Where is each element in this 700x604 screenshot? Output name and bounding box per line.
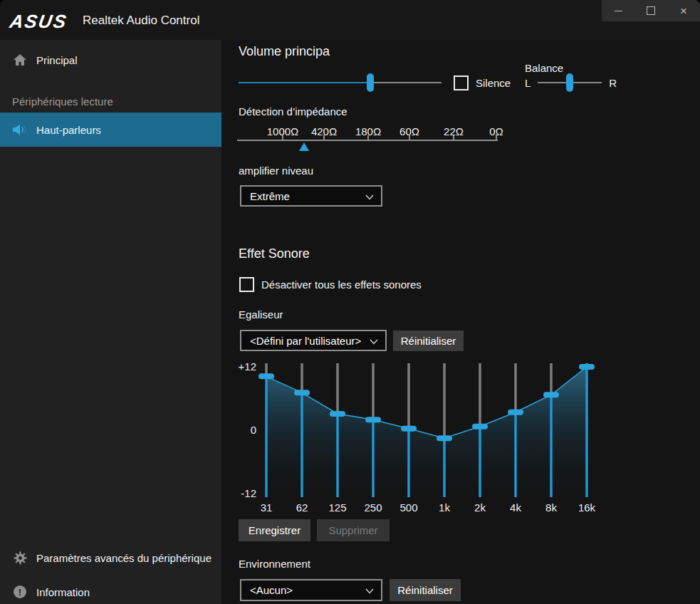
sound-effect-heading: Effet Sonore xyxy=(239,246,310,261)
balance-label: Balance xyxy=(525,62,563,74)
sidebar-item-speakers[interactable]: Haut-parleurs xyxy=(0,113,221,147)
maximize-icon xyxy=(647,6,655,15)
eq-frequency-label: 125 xyxy=(328,501,346,514)
silence-checkbox-row[interactable]: Silence xyxy=(454,76,511,90)
maximize-button[interactable] xyxy=(634,0,667,21)
volume-slider[interactable] xyxy=(239,73,442,92)
sidebar-item-label: Paramètres avancés du périphérique xyxy=(36,552,211,564)
eq-band-handle[interactable] xyxy=(508,410,523,415)
eq-band-handle[interactable] xyxy=(437,435,452,441)
eq-band-handle[interactable] xyxy=(258,373,274,379)
sidebar-item-label: Haut-parleurs xyxy=(36,124,101,136)
titlebar: ASUS Realtek Audio Control × xyxy=(0,0,700,40)
impedance-scale-tick xyxy=(496,135,497,140)
sidebar-item-label: Principal xyxy=(36,54,78,66)
chevron-down-icon xyxy=(365,584,374,596)
eq-y-tick-label: -12 xyxy=(241,487,256,499)
amplifier-level-select[interactable]: Extrême xyxy=(240,185,382,207)
silence-checkbox[interactable] xyxy=(454,76,469,90)
speaker-icon xyxy=(12,124,28,135)
eq-frequency-label: 500 xyxy=(399,501,417,514)
eq-frequency-label: 16k xyxy=(578,501,596,514)
disable-effects-label: Désactiver tous les effets sonores xyxy=(261,278,422,291)
amplifier-level-value: Extrême xyxy=(250,190,290,202)
eq-band-handle[interactable] xyxy=(543,392,559,397)
volume-slider-fill xyxy=(239,82,370,83)
balance-left-label: L xyxy=(525,77,531,89)
disable-effects-checkbox-row[interactable]: Désactiver tous les effets sonores xyxy=(239,277,422,292)
eq-y-tick-label: 0 xyxy=(251,424,256,436)
disable-effects-checkbox[interactable] xyxy=(239,277,254,292)
eq-band-handle[interactable] xyxy=(294,390,310,395)
impedance-scale-tick xyxy=(453,135,454,140)
app-window: ASUS Realtek Audio Control × Principal P… xyxy=(0,0,700,604)
eq-frequency-label: 4k xyxy=(510,501,521,514)
eq-band-handle[interactable] xyxy=(401,426,417,432)
sidebar: Principal Périphériques lecture Haut-par… xyxy=(0,40,221,604)
chevron-down-icon xyxy=(365,190,374,202)
environment-value: <Aucun> xyxy=(250,584,293,596)
window-controls: × xyxy=(602,0,700,21)
balance-control: L R xyxy=(525,73,617,92)
home-icon xyxy=(12,53,28,66)
impedance-scale-tick xyxy=(323,135,325,140)
sidebar-item-information[interactable]: ! Information xyxy=(0,580,221,603)
eq-y-tick-label: +12 xyxy=(239,360,256,373)
eq-frequency-label: 250 xyxy=(364,501,382,514)
impedance-scale-tick xyxy=(367,135,369,140)
eq-band-handle[interactable] xyxy=(579,364,595,370)
minimize-button[interactable] xyxy=(602,0,634,21)
balance-right-label: R xyxy=(609,77,617,89)
info-icon: ! xyxy=(12,585,28,598)
equalizer-reset-button[interactable]: Réinitialiser xyxy=(393,330,464,351)
balance-slider[interactable] xyxy=(538,73,602,92)
eq-band-handle[interactable] xyxy=(365,417,381,422)
close-button[interactable]: × xyxy=(667,0,700,21)
equalizer-delete-button: Supprimer xyxy=(317,519,390,541)
sidebar-item-principal[interactable]: Principal xyxy=(0,47,221,73)
impedance-scale: 1000Ω420Ω180Ω60Ω22Ω0Ω xyxy=(237,125,508,158)
main-panel: Volume principa Silence Balance L R Déte… xyxy=(221,40,700,604)
impedance-scale-tick xyxy=(409,135,410,140)
equalizer-preset-select[interactable]: <Défini par l'utilisateur> xyxy=(240,330,387,351)
volume-slider-handle[interactable] xyxy=(367,73,374,92)
app-title: Realtek Audio Control xyxy=(83,14,199,28)
eq-frequency-label: 31 xyxy=(261,501,273,514)
equalizer-save-button[interactable]: Enregistrer xyxy=(239,519,310,541)
eq-frequency-label: 1k xyxy=(439,501,450,514)
volume-heading: Volume principa xyxy=(239,44,330,59)
environment-select[interactable]: <Aucun> xyxy=(240,579,382,601)
eq-frequency-label: 8k xyxy=(545,501,557,514)
amplifier-level-label: amplifier niveau xyxy=(239,165,313,177)
chevron-down-icon xyxy=(370,335,378,347)
impedance-scale-line xyxy=(237,140,498,141)
triangle-up-marker xyxy=(299,142,309,151)
sidebar-item-advanced-settings[interactable]: Paramètres avancés du périphérique xyxy=(0,546,221,569)
impedance-label: Détection d’impédance xyxy=(239,105,348,118)
minimize-icon xyxy=(615,11,622,11)
balance-slider-handle[interactable] xyxy=(566,73,573,92)
sidebar-item-label: Information xyxy=(36,586,90,598)
close-icon: × xyxy=(680,5,687,17)
eq-frequency-label: 2k xyxy=(474,501,486,514)
silence-label: Silence xyxy=(476,77,511,89)
eq-band-handle[interactable] xyxy=(330,411,345,417)
eq-band-handle[interactable] xyxy=(472,424,488,429)
sidebar-section-label: Périphériques lecture xyxy=(12,95,113,108)
environment-label: Environnement xyxy=(239,558,310,570)
equalizer-chart[interactable]: 31621252505001k2k4k8k16k+120-12 xyxy=(235,358,605,516)
gear-icon xyxy=(12,551,28,565)
asus-logo: ASUS xyxy=(8,11,69,33)
eq-area-fill xyxy=(266,367,587,497)
equalizer-preset-value: <Défini par l'utilisateur> xyxy=(250,335,361,347)
equalizer-label: Egaliseur xyxy=(239,308,283,321)
eq-frequency-label: 62 xyxy=(296,501,308,514)
environment-reset-button[interactable]: Réinitialiser xyxy=(390,579,461,601)
impedance-scale-tick xyxy=(282,135,283,140)
